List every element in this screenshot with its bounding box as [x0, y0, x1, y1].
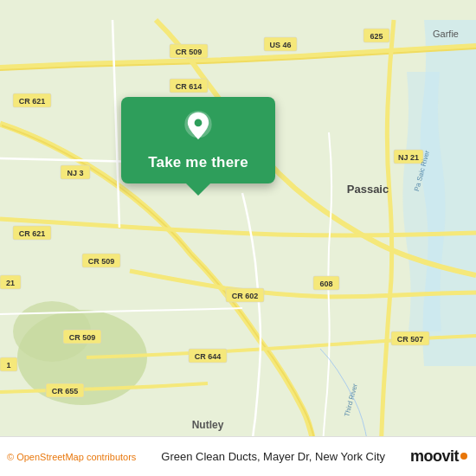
map-background: CR 509 US 46 625 CR 614 CR 621 NJ 3 CR 6… — [0, 0, 476, 476]
svg-text:NJ 3: NJ 3 — [67, 169, 83, 177]
svg-text:CR 621: CR 621 — [19, 97, 46, 106]
svg-text:21: 21 — [6, 279, 15, 287]
osm-link[interactable]: OpenStreetMap — [16, 452, 84, 462]
svg-text:1: 1 — [6, 361, 10, 370]
osm-prefix: © — [7, 452, 16, 462]
svg-text:Nutley: Nutley — [192, 419, 224, 431]
map-container: CR 509 US 46 625 CR 614 CR 621 NJ 3 CR 6… — [0, 0, 476, 476]
location-pin-icon — [181, 111, 215, 145]
svg-text:CR 509: CR 509 — [69, 333, 96, 342]
svg-text:CR 509: CR 509 — [176, 48, 203, 56]
svg-text:CR 655: CR 655 — [52, 387, 79, 396]
moovit-dot-icon — [460, 453, 467, 460]
svg-text:CR 509: CR 509 — [88, 257, 115, 266]
svg-text:US 46: US 46 — [269, 41, 291, 49]
attribution-bar: © OpenStreetMap contributors Green Clean… — [0, 436, 476, 476]
svg-text:608: 608 — [319, 280, 332, 288]
take-me-there-button[interactable]: Take me there — [148, 154, 248, 171]
svg-text:CR 644: CR 644 — [195, 352, 222, 361]
svg-text:Garfie: Garfie — [433, 29, 459, 39]
moovit-brand-text: moovit — [410, 447, 459, 466]
svg-text:Passaic: Passaic — [347, 183, 389, 196]
svg-text:CR 507: CR 507 — [397, 335, 424, 344]
svg-text:CR 602: CR 602 — [232, 292, 259, 300]
svg-text:625: 625 — [370, 32, 383, 41]
location-popup[interactable]: Take me there — [121, 97, 275, 183]
osm-attribution: © OpenStreetMap contributors — [7, 452, 136, 462]
svg-text:CR 621: CR 621 — [19, 229, 46, 238]
moovit-logo: moovit — [410, 447, 467, 466]
location-label: Green Clean Ducts, Mayer Dr, New York Ci… — [136, 450, 410, 463]
svg-point-44 — [195, 119, 203, 127]
osm-suffix: contributors — [84, 452, 137, 462]
svg-text:NJ 21: NJ 21 — [398, 153, 419, 162]
svg-text:CR 614: CR 614 — [176, 82, 203, 91]
